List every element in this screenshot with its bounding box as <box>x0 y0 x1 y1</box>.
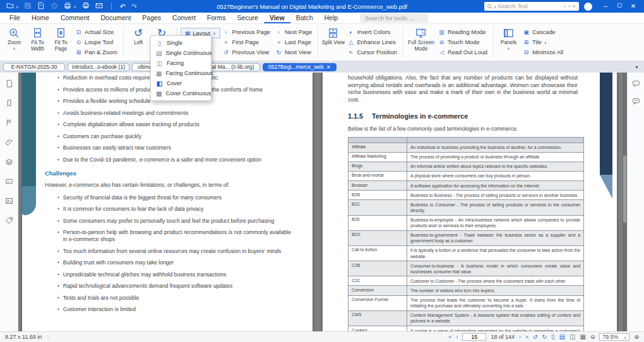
menu-item[interactable]: Batch <box>290 13 319 23</box>
search-prev-icon[interactable]: ‹ <box>563 3 566 9</box>
comments-icon[interactable] <box>632 79 640 90</box>
account-avatar[interactable] <box>584 3 592 11</box>
search-options-chevron-icon[interactable]: ∨ <box>494 4 496 9</box>
single-page-view-icon[interactable]: ▯ <box>551 334 555 340</box>
open-caret-icon[interactable]: ∨ <box>16 4 18 9</box>
menu-item[interactable]: Help <box>319 13 344 23</box>
ribbon-small-button[interactable]: ⊞ Tile ∨ <box>523 38 563 47</box>
continuous-view-icon[interactable]: ▤ <box>559 334 565 340</box>
minimize-button[interactable]: – <box>599 0 612 13</box>
tab-list-chevron-icon[interactable]: ▼ <box>633 65 641 69</box>
ribbon-small-button[interactable]: « First Page <box>223 38 270 47</box>
zoom-in-icon[interactable]: ⊕ <box>634 334 639 340</box>
ribbon-small-button[interactable]: ‹ Previous Page <box>223 28 270 37</box>
split-view-button[interactable]: Split View <box>321 25 345 59</box>
page-thumbnails-icon[interactable] <box>5 79 13 90</box>
save-as-icon[interactable] <box>37 1 45 12</box>
layout-menu-item[interactable]: ▩ Cover Continuous <box>151 88 211 98</box>
images-icon[interactable] <box>5 196 13 208</box>
ocr-icon[interactable] <box>51 1 58 12</box>
fit-to-page-button[interactable]: Fit To Page <box>49 25 73 59</box>
fit-to-width-button[interactable]: Fit To Width <box>26 25 49 59</box>
menu-item[interactable]: Pages <box>136 13 167 23</box>
signature-icon[interactable] <box>5 177 13 188</box>
ribbon-small-button[interactable]: ⊡ Actual Size <box>75 28 117 37</box>
menu-item[interactable]: Comment <box>55 13 95 23</box>
vertical-scrollbar[interactable] <box>623 73 627 331</box>
full-screen-mode-button[interactable]: Full Screen Mode <box>407 25 436 59</box>
zoom-out-icon[interactable]: ⊖ <box>590 334 595 340</box>
email-icon[interactable] <box>95 1 103 12</box>
ribbon-small-button[interactable]: △ Enhance Lines <box>347 38 397 47</box>
ribbon-small-button[interactable]: ◁ Read Out Loud <box>438 48 487 57</box>
ribbon-small-button[interactable]: ⊞ Pan & Zoom <box>75 48 117 57</box>
facing-view-icon[interactable]: ◫ <box>569 334 575 340</box>
ribbon-small-button[interactable]: ◐ Invert Colors <box>347 28 397 37</box>
ribbon-small-button[interactable]: ⊚ Touch Mode <box>438 38 487 47</box>
panels-button[interactable]: Panels∨ <box>497 25 520 59</box>
last-page-icon[interactable]: » <box>525 334 528 340</box>
next-view-icon[interactable]: ↻ <box>542 334 547 340</box>
zoom-level-select[interactable]: 79.5% ∨ <box>599 333 629 341</box>
document-tab[interactable]: 0527Begi...merce_web ✕ <box>263 63 337 71</box>
layout-menu-item[interactable]: ▯ Single <box>151 38 211 48</box>
menu-item[interactable]: Secure <box>232 13 264 23</box>
zoom-button[interactable]: Zoom∨ <box>3 25 26 59</box>
layout-menu-item[interactable]: ▤ Single Continuous <box>151 48 211 58</box>
next-page-icon[interactable]: › <box>519 334 521 340</box>
first-page-icon[interactable]: « <box>448 334 451 340</box>
print-icon[interactable] <box>64 1 71 12</box>
ribbon-small-button[interactable]: ▣ Cascade ∨ <box>523 28 563 37</box>
scrollbar-thumb[interactable] <box>623 155 626 223</box>
menu-item[interactable]: View <box>264 13 290 23</box>
term-cell: Call to Action <box>349 246 407 261</box>
ribbon-small-button[interactable]: ⊟ Minimize All ∨ <box>523 48 563 57</box>
open-file-icon[interactable] <box>6 1 14 12</box>
document-tab[interactable]: introduct...o-ebook (1) ✕ <box>68 63 129 71</box>
ribbon-small-button[interactable]: › Next Page <box>275 28 312 37</box>
annotations-icon[interactable] <box>5 118 13 129</box>
layout-menu-item[interactable]: ◫ Facing <box>151 58 211 68</box>
document-view[interactable]: •Reduction in overhead costs required fo… <box>18 73 627 331</box>
status-bar: 8.27 x 11.69 in « ‹ 18 of 144 › » ↺ ↻ ▯ … <box>0 331 644 342</box>
menu-item[interactable]: Home <box>26 13 55 23</box>
layout-menu-item[interactable]: ◧ Cover <box>151 78 211 88</box>
previous-view-icon[interactable]: ↺ <box>533 334 538 340</box>
search-close-icon[interactable]: × <box>572 3 576 9</box>
layers-icon[interactable] <box>5 157 13 168</box>
ribbon-small-button[interactable]: » Last Page <box>275 38 312 47</box>
close-tab-icon[interactable]: ✕ <box>326 64 331 70</box>
page-number-input[interactable] <box>462 333 486 341</box>
ribbon-small-button[interactable]: ⊙ Loupe Tool <box>75 38 117 47</box>
layout-menu-item[interactable]: ▦ Facing Continuous <box>151 68 211 78</box>
feedback-icon[interactable] <box>632 97 640 108</box>
search-text-box[interactable]: ∨ ‹ › × <box>484 2 579 11</box>
previous-page-icon[interactable]: ‹ <box>456 334 458 340</box>
menu-item[interactable]: Forms <box>201 13 232 23</box>
undo-icon[interactable]: ↶ <box>120 3 126 10</box>
tags-icon[interactable] <box>5 216 13 227</box>
redo-icon[interactable]: ↷ <box>131 3 137 10</box>
bookmarks-icon[interactable] <box>5 98 13 110</box>
quick-print-icon[interactable] <box>82 1 90 12</box>
close-button[interactable]: ✕ <box>626 0 640 13</box>
ribbon-small-button[interactable]: ↖ Cursor Position <box>347 48 397 57</box>
search-text-input[interactable] <box>498 3 561 9</box>
pdf-page-right[interactable]: household obligations. Also, the fact th… <box>323 73 617 331</box>
ribbon-small-button[interactable]: ▥ Reading Mode <box>438 28 487 37</box>
menu-item[interactable]: Convert <box>167 13 201 23</box>
attachments-icon[interactable] <box>5 138 13 149</box>
pdf-page-left[interactable]: •Reduction in overhead costs required fo… <box>22 73 313 331</box>
print-caret-icon[interactable]: ∨ <box>73 4 76 9</box>
facing-continuous-view-icon[interactable]: ▦ <box>580 334 585 340</box>
rotate-left-button[interactable]: ↺ Left <box>127 25 150 59</box>
maximize-button[interactable] <box>612 0 626 13</box>
tools-search-input[interactable]: Search for tools ... <box>360 13 428 23</box>
ribbon-small-button[interactable]: ↺ Previous View <box>223 48 270 57</box>
ribbon-small-button[interactable]: ↻ Next View <box>275 48 312 57</box>
menu-item[interactable]: Document <box>95 13 136 23</box>
menu-item[interactable]: File <box>4 13 26 23</box>
search-next-icon[interactable]: › <box>568 3 571 9</box>
document-tab[interactable]: E-NXTGN-2025-30 ✕ <box>3 63 65 71</box>
save-icon[interactable] <box>24 1 32 12</box>
